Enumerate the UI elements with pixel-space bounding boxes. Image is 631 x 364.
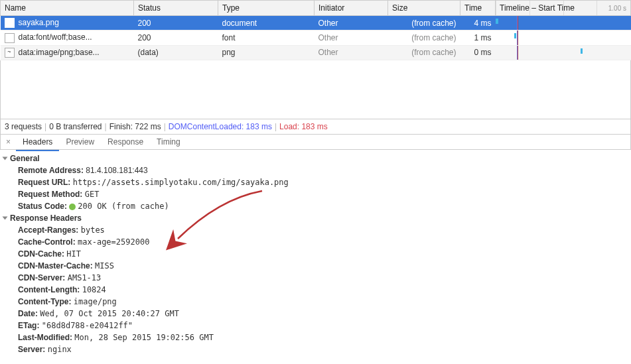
file-icon: ~	[5, 48, 15, 58]
table-empty-area	[0, 60, 631, 119]
section-general[interactable]: General	[3, 154, 628, 163]
table-row[interactable]: ~data:image/png;base...(data)pngOther(fr…	[1, 45, 631, 60]
timeline-bar	[514, 33, 516, 38]
tab-headers[interactable]: Headers	[16, 134, 59, 151]
header-row: CDN-Server: AMS1-13	[18, 272, 628, 284]
column-header[interactable]: Type	[218, 1, 315, 16]
details-panel: General Remote Address: 81.4.108.181:443…	[0, 150, 631, 358]
column-header[interactable]: Initiator	[315, 1, 388, 16]
summary-bar: 3 requests|0 B transferred|Finish: 722 m…	[0, 119, 631, 135]
timeline-bar	[496, 19, 498, 24]
file-icon	[5, 18, 15, 28]
header-row: Accept-Ranges: bytes	[18, 224, 628, 236]
timeline-bar	[581, 48, 583, 54]
column-header[interactable]: Timeline – Start Time1.00 s	[496, 1, 631, 16]
header-row: Request Method: GET	[18, 188, 628, 200]
details-tabs: × HeadersPreviewResponseTiming	[0, 135, 631, 150]
column-header[interactable]: Size	[388, 1, 460, 16]
header-row: Status Code: 200 OK (from cache)	[18, 200, 628, 212]
header-row: Content-Length: 10824	[18, 284, 628, 296]
chevron-down-icon	[3, 156, 8, 160]
header-row: Date: Wed, 07 Oct 2015 20:40:27 GMT	[18, 308, 628, 320]
header-row: Last-Modified: Mon, 28 Sep 2015 19:02:56…	[18, 332, 628, 343]
header-row: CDN-Cache: HIT	[18, 248, 628, 260]
header-row: ETag: "68d8d788-e20412ff"	[18, 320, 628, 332]
close-icon[interactable]: ×	[1, 135, 16, 149]
header-row: Cache-Control: max-age=2592000	[18, 236, 628, 248]
table-row[interactable]: sayaka.png200documentOther(from cache)4 …	[1, 16, 631, 30]
column-header[interactable]: Time	[460, 1, 496, 16]
section-response-headers[interactable]: Response Headers	[3, 213, 628, 223]
status-dot-icon	[69, 204, 76, 210]
header-row: Server: nginx	[18, 343, 628, 355]
chevron-down-icon	[3, 216, 8, 219]
header-row: Content-Type: image/png	[18, 296, 628, 308]
network-table[interactable]: NameStatusTypeInitiatorSizeTimeTimeline …	[0, 0, 631, 60]
tab-timing[interactable]: Timing	[150, 134, 187, 150]
tab-response[interactable]: Response	[101, 134, 150, 150]
column-header[interactable]: Status	[134, 1, 218, 16]
header-row: Request URL: https://assets.simplyotaku.…	[18, 176, 628, 188]
tab-preview[interactable]: Preview	[59, 134, 101, 150]
file-icon	[5, 33, 15, 43]
table-row[interactable]: data:font/woff;base...200fontOther(from …	[1, 30, 631, 45]
header-row: CDN-Master-Cache: MISS	[18, 260, 628, 272]
column-header[interactable]: Name	[1, 1, 134, 16]
header-row: Remote Address: 81.4.108.181:443	[18, 164, 628, 176]
